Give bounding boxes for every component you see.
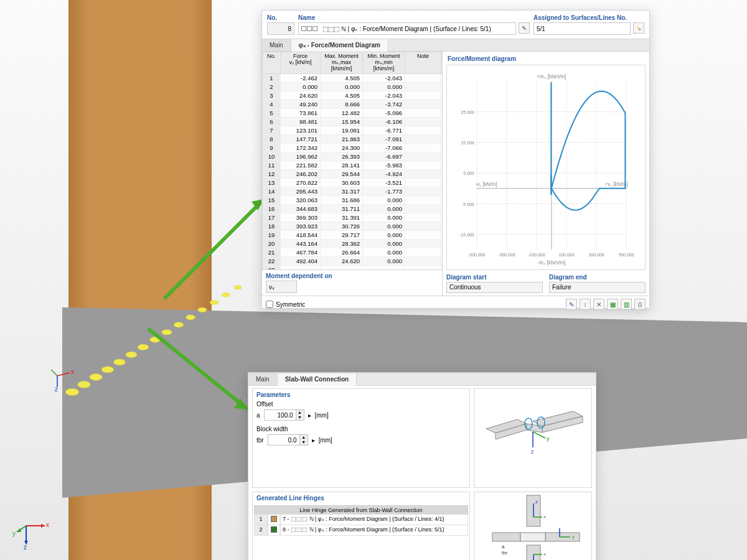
table-row[interactable]: 573.86112.482-5.096 <box>262 109 442 118</box>
svg-text:z: z <box>531 449 534 455</box>
tool-print-icon[interactable]: ⎙ <box>634 299 646 310</box>
block-unit: [mm] <box>319 437 332 444</box>
offset-stepper[interactable]: ▲▼ <box>264 409 304 421</box>
moment-dep-field[interactable]: vᵧ <box>266 281 297 293</box>
svg-text:x: x <box>543 551 546 557</box>
table-row[interactable]: 10196.96226.393-6.697 <box>262 152 442 161</box>
svg-text:z: z <box>535 499 538 505</box>
col-no: No. <box>262 52 281 74</box>
svg-text:y: y <box>572 534 575 539</box>
table-row[interactable]: 19418.54429.7170.000 <box>262 231 442 240</box>
tool-edit-icon[interactable]: ✎ <box>566 299 577 310</box>
svg-text:100.000: 100.000 <box>558 253 574 258</box>
gen-title: Generated Line Hinges <box>254 493 468 503</box>
gen-row[interactable]: 17 - ⬚⬚⬚ ℕ | φₓ : Force/Moment Diagram |… <box>254 515 468 525</box>
tool-clear-icon[interactable]: ✕ <box>593 299 604 310</box>
table-row[interactable]: 698.48115.954-6.106 <box>262 118 442 126</box>
col-max: Max. Momentmₓ,max [kNm/m] <box>321 52 363 74</box>
slab-wall-connection-panel: Main Slab-Wall Connection Parameters Off… <box>248 372 596 560</box>
tool-sort-icon[interactable]: ↕ <box>580 299 591 310</box>
no-field[interactable]: 8 <box>267 22 294 35</box>
svg-text:tbr: tbr <box>502 550 508 556</box>
panel1-footer: Symmetric ✎ ↕ ✕ ▦ ▥ ⎙ <box>262 296 649 312</box>
table-row[interactable]: 20.0000.0000.000 <box>262 83 442 91</box>
table-row[interactable]: 21467.78426.6640.000 <box>262 248 442 257</box>
svg-text:-300.000: -300.000 <box>498 253 515 258</box>
name-label: Name <box>298 14 530 21</box>
diagram-start-field[interactable]: Continuous <box>446 282 543 293</box>
svg-text:-5.000: -5.000 <box>462 202 474 207</box>
svg-text:500.000: 500.000 <box>619 253 634 258</box>
no-label: No. <box>267 14 294 21</box>
svg-text:15.000: 15.000 <box>461 141 474 146</box>
table-row[interactable]: 14295.44331.317-1.773 <box>262 187 442 196</box>
name-field[interactable]: ⬚⬚⬚ ℕ | φₓ : Force/Moment Diagram | (Sur… <box>298 22 516 35</box>
gen-table-header: Line Hinge Generated from Slab-Wall Conn… <box>254 505 468 515</box>
table-row[interactable]: 20443.16428.3620.000 <box>262 240 442 248</box>
svg-line-11 <box>148 329 248 409</box>
table-row[interactable]: 324.6204.505-2.043 <box>262 91 442 100</box>
gen-row[interactable]: 28 - ⬚⬚⬚ ℕ | φₓ : Force/Moment Diagram |… <box>254 525 468 536</box>
panel1-tabs: Main φₓ - Force/Moment Diagram <box>262 39 649 52</box>
svg-marker-4 <box>41 524 45 528</box>
tool-excel-out-icon[interactable]: ▦ <box>607 299 618 310</box>
iso-preview: y z <box>474 388 592 488</box>
table-row[interactable]: 18393.92330.7260.000 <box>262 222 442 231</box>
force-moment-diagram-panel: No. 8 Name ⬚⬚⬚ ℕ | φₓ : Force/Moment Dia… <box>261 10 650 309</box>
svg-text:-100.000: -100.000 <box>528 253 545 258</box>
spin-up-icon[interactable]: ▲ <box>296 410 304 415</box>
table-header: No. Forcevᵧ [kN/m] Max. Momentmₓ,max [kN… <box>262 52 442 74</box>
svg-text:-mₓ [kNm/m]: -mₓ [kNm/m] <box>537 259 565 265</box>
table-body[interactable]: 1-2.4624.505-2.04320.0000.0000.000324.62… <box>262 74 442 269</box>
svg-text:-vᵧ [kN/m]: -vᵧ [kN/m] <box>476 181 497 187</box>
pick-icon[interactable]: ↘ <box>633 22 644 34</box>
svg-text:a: a <box>502 544 505 549</box>
tab-diagram[interactable]: φₓ - Force/Moment Diagram <box>291 39 388 52</box>
svg-text:5.000: 5.000 <box>463 171 474 176</box>
tab2-slab-wall[interactable]: Slab-Wall Connection <box>278 373 357 386</box>
diagram-end-label: Diagram end <box>549 274 646 281</box>
tool-excel-in-icon[interactable]: ▥ <box>621 299 632 310</box>
table-row[interactable]: 9172.34224.300-7.066 <box>262 144 442 152</box>
block-symbol: tbr <box>256 437 264 444</box>
axis-triad-global: x y z <box>14 516 51 549</box>
svg-rect-57 <box>520 533 545 541</box>
table-row[interactable]: 15320.06331.6860.000 <box>262 196 442 205</box>
spin-down-icon[interactable]: ▼ <box>296 415 304 420</box>
block-stepper[interactable]: ▲▼ <box>268 434 308 446</box>
symmetric-checkbox[interactable]: Symmetric <box>266 301 305 308</box>
offset-symbol: a <box>256 412 260 419</box>
table-row[interactable]: 11221.58228.141-5.983 <box>262 161 442 170</box>
table-row[interactable]: 16344.68331.7110.000 <box>262 205 442 213</box>
table-row[interactable]: 13270.82230.603-3.521 <box>262 179 442 187</box>
parameters-section: Parameters Offset a ▲▼ ▸ [mm] Block widt… <box>252 388 470 488</box>
table-row[interactable]: 1-2.4624.505-2.043 <box>262 74 442 83</box>
force-moment-chart: -500.000-300.000-100.000100.000300.00050… <box>446 65 646 270</box>
tab-main[interactable]: Main <box>262 39 291 51</box>
edit-name-icon[interactable]: ✎ <box>519 22 530 34</box>
tab2-main[interactable]: Main <box>248 373 278 385</box>
svg-rect-55 <box>492 533 520 541</box>
svg-text:25.000: 25.000 <box>461 110 474 115</box>
table-row[interactable]: 7123.10119.081-6.771 <box>262 126 442 135</box>
chart-title: Force/Moment diagram <box>446 54 646 65</box>
spin-down-icon[interactable]: ▼ <box>300 440 308 445</box>
data-table-area: No. Forcevᵧ [kN/m] Max. Momentmₓ,max [kN… <box>262 52 443 296</box>
assigned-field[interactable]: 5/1 <box>533 22 631 35</box>
table-row[interactable]: 8147.72121.863-7.091 <box>262 135 442 144</box>
parameters-title: Parameters <box>256 391 466 398</box>
spin-up-icon[interactable]: ▲ <box>300 435 308 440</box>
svg-line-9 <box>164 199 264 299</box>
generated-hinges-section: Generated Line Hinges Line Hinge Generat… <box>252 492 470 560</box>
table-row[interactable]: 449.2408.666-3.742 <box>262 100 442 109</box>
assigned-label: Assigned to Surfaces/Lines No. <box>533 14 644 21</box>
table-row[interactable]: 22492.40424.6200.000 <box>262 257 442 266</box>
table-row[interactable]: 12246.20229.544-4.924 <box>262 170 442 179</box>
diagram-end-field[interactable]: Failure <box>549 282 646 293</box>
svg-text:-500.000: -500.000 <box>468 253 485 258</box>
col-force: Forcevᵧ [kN/m] <box>281 52 321 74</box>
table-row[interactable]: 17369.30331.3910.000 <box>262 213 442 222</box>
axis-triad-local: x z <box>51 363 76 390</box>
panel2-tabs: Main Slab-Wall Connection <box>248 373 596 386</box>
offset-unit: [mm] <box>315 412 329 419</box>
